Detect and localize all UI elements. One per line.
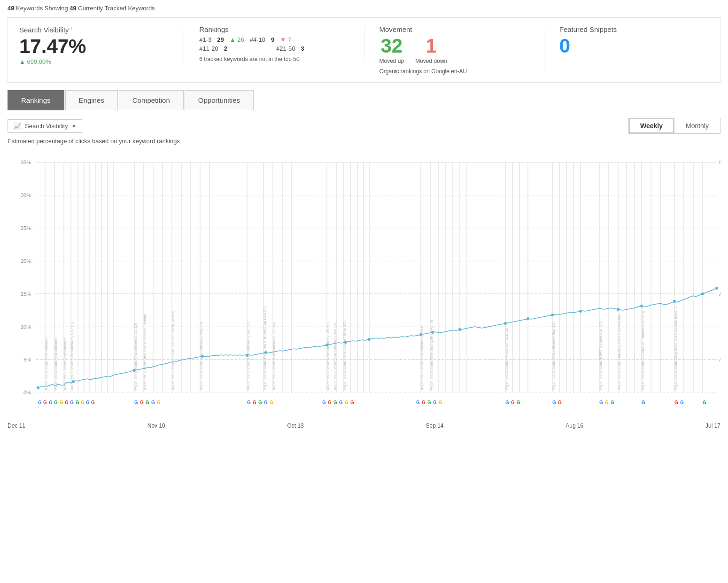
period-buttons: Weekly Monthly bbox=[628, 118, 720, 134]
svg-text:G: G bbox=[81, 400, 85, 405]
data-point bbox=[368, 338, 371, 341]
chart-description: Estimated percentage of clicks based on … bbox=[0, 138, 728, 148]
svg-text:G: G bbox=[611, 400, 614, 405]
svg-text:Algorithm Update: "Fred" (Unco: Algorithm Update: "Fred" (Unconfirmed) (… bbox=[171, 310, 175, 390]
alg-label-1: Algorithm Update: Unconfirmed bbox=[44, 338, 48, 390]
svg-text:Algorithm Update: Unconfirmed: Algorithm Update: Unconfirmed bbox=[63, 338, 67, 390]
keywords-count-text: 49 Keywords Showing 49 Currently Tracked… bbox=[8, 5, 155, 12]
svg-text:Algorithm Update: Unconfirmed : Algorithm Update: Unconfirmed (Sep 12) bbox=[551, 322, 556, 390]
svg-text:G: G bbox=[517, 400, 520, 405]
chart-container: 35% 30% 25% 20% 15% 10% 5% 0% Rank #1 Av… bbox=[8, 148, 720, 421]
x-label-sep: Sep 14 bbox=[426, 422, 443, 429]
x-label-jul: Jul 17 bbox=[705, 422, 720, 429]
data-point bbox=[201, 355, 204, 358]
svg-text:G: G bbox=[416, 400, 420, 405]
svg-text:G: G bbox=[339, 400, 343, 405]
weekly-button[interactable]: Weekly bbox=[629, 118, 674, 133]
svg-text:Algorithm Update: Unconfirmed : Algorithm Update: Unconfirmed (Dec 14) bbox=[272, 322, 276, 390]
x-label-nov: Nov 10 bbox=[147, 422, 165, 429]
svg-text:G: G bbox=[49, 400, 53, 405]
svg-text:Algorithm Update: May 2020 Cor: Algorithm Update: May 2020 Core Update (… bbox=[674, 306, 678, 390]
rankings-section: Rankings #1-3 29 ▲ 26 #4-10 9 ▼ 7 #11-20… bbox=[199, 25, 364, 62]
tab-rankings[interactable]: Rankings bbox=[8, 90, 64, 110]
data-point bbox=[701, 292, 704, 295]
rank-count-4: 3 bbox=[301, 45, 304, 52]
rank-range-3: #11-20 bbox=[199, 45, 218, 52]
data-point bbox=[527, 317, 529, 320]
svg-text:G: G bbox=[427, 400, 431, 405]
moved-up-label: Moved up bbox=[379, 58, 404, 64]
svg-text:15%: 15% bbox=[21, 291, 31, 297]
data-point bbox=[37, 386, 39, 389]
showing-count: 49 bbox=[8, 5, 14, 12]
data-point bbox=[504, 322, 507, 325]
rank-up-icon: ▲ 26 bbox=[230, 36, 244, 43]
svg-text:G: G bbox=[134, 400, 138, 405]
chart-icon: 📈 bbox=[14, 123, 21, 130]
search-visibility-label: Search Visibility i bbox=[19, 25, 169, 34]
moved-down-count: 1 bbox=[415, 36, 447, 56]
tracked-count: 49 bbox=[70, 5, 76, 12]
svg-text:G: G bbox=[552, 400, 556, 405]
svg-text:G: G bbox=[151, 400, 155, 405]
svg-text:G: G bbox=[605, 400, 609, 405]
svg-text:G: G bbox=[674, 400, 678, 405]
svg-text:Algorithm Update: "Maccabees" : Algorithm Update: "Maccabees" (May 17) bbox=[342, 321, 347, 390]
svg-text:Algorithm Update: BERT Update : Algorithm Update: BERT Update (Jan 22) bbox=[598, 321, 603, 390]
svg-text:G: G bbox=[328, 400, 332, 405]
search-visibility-section: Search Visibility i 17.47% 699.00% bbox=[19, 25, 184, 65]
svg-text:20%: 20% bbox=[21, 258, 31, 264]
svg-text:G: G bbox=[599, 400, 603, 405]
svg-text:G: G bbox=[642, 400, 645, 405]
rank-count-3: 2 bbox=[224, 45, 227, 52]
svg-text:Rank #1: Rank #1 bbox=[719, 160, 720, 165]
rank-range-4: #21-50 bbox=[276, 45, 295, 52]
data-point bbox=[551, 314, 554, 316]
movement-section: Movement 32 Moved up 1 Moved down Organi… bbox=[379, 25, 544, 75]
svg-text:G: G bbox=[333, 400, 337, 405]
svg-text:Algorithm Update: "Maverick" (: Algorithm Update: "Maverick" (Jul 12) bbox=[504, 328, 509, 390]
data-point bbox=[458, 328, 461, 331]
tab-engines[interactable]: Engines bbox=[65, 90, 118, 110]
rank-range-1: #1-3 bbox=[199, 36, 211, 43]
svg-text:G: G bbox=[433, 400, 437, 405]
data-point bbox=[640, 305, 643, 307]
svg-text:Avg #10: Avg #10 bbox=[719, 357, 720, 362]
svg-text:G: G bbox=[680, 400, 684, 405]
data-point bbox=[673, 300, 676, 303]
svg-text:G: G bbox=[38, 400, 42, 405]
tab-competition[interactable]: Competition bbox=[119, 90, 184, 110]
dropdown-label: Search Visibility bbox=[25, 123, 68, 130]
svg-text:G: G bbox=[76, 400, 79, 405]
moved-up-item: 32 Moved up bbox=[379, 36, 404, 64]
rankings-label: Rankings bbox=[199, 25, 349, 33]
search-visibility-change: 699.00% bbox=[19, 58, 169, 65]
visibility-dropdown[interactable]: 📈 Search Visibility ▼ bbox=[8, 119, 82, 133]
featured-snippets-label: Featured Snippets bbox=[559, 25, 709, 33]
monthly-button[interactable]: Monthly bbox=[674, 118, 720, 133]
data-point bbox=[264, 351, 267, 354]
search-visibility-value: 17.47% bbox=[19, 37, 169, 56]
svg-text:30%: 30% bbox=[21, 192, 31, 198]
svg-text:G: G bbox=[253, 400, 256, 405]
svg-text:G: G bbox=[511, 400, 515, 405]
rank-range-2: #4-10 bbox=[250, 36, 265, 43]
data-point bbox=[715, 287, 718, 290]
data-point bbox=[431, 331, 434, 334]
svg-text:Algorithm Update: Intrusive In: Algorithm Update: Intrusive Interstitial… bbox=[143, 314, 147, 390]
svg-text:Algorithm Update: Unconfirmed : Algorithm Update: Unconfirmed (Jan 10) bbox=[133, 322, 138, 390]
svg-text:G: G bbox=[54, 400, 58, 405]
svg-text:Algorithm Update: Unconfirmed: Algorithm Update: Unconfirmed bbox=[44, 338, 48, 390]
svg-text:Avg #3: Avg #3 bbox=[719, 292, 720, 297]
svg-text:G: G bbox=[43, 400, 47, 405]
moved-down-item: 1 Moved down bbox=[415, 36, 447, 64]
svg-text:Algorithm Update: January 2020: Algorithm Update: January 2020 Core Upda… bbox=[617, 314, 621, 390]
x-axis-labels: Dec 11 Nov 10 Oct 13 Sep 14 Aug 16 Jul 1… bbox=[0, 421, 728, 429]
svg-text:Algorithm Update: COVID-19 Pan: Algorithm Update: COVID-19 Pandemic (Mar… bbox=[641, 311, 645, 390]
tab-opportunities[interactable]: Opportunities bbox=[185, 90, 254, 110]
svg-text:G: G bbox=[60, 400, 63, 405]
svg-text:5%: 5% bbox=[23, 357, 31, 362]
svg-text:G: G bbox=[264, 400, 268, 405]
moved-up-count: 32 bbox=[379, 36, 404, 56]
info-icon: i bbox=[71, 25, 72, 31]
